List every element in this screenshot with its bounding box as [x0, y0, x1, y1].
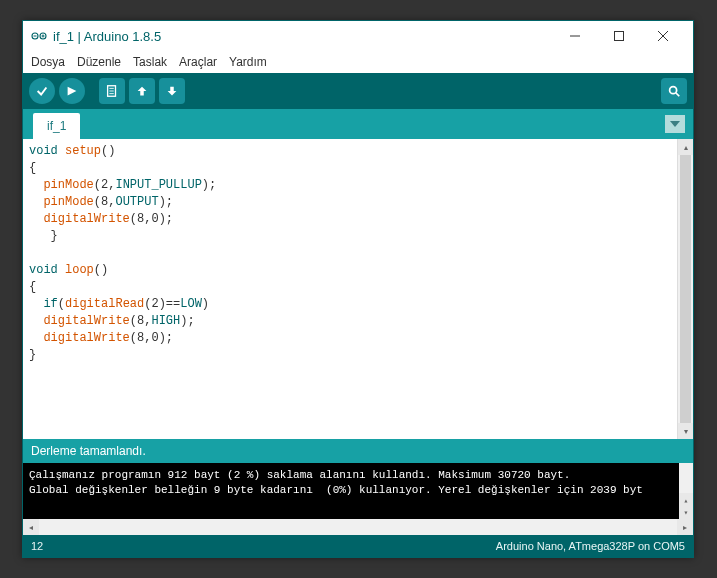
arduino-logo-icon — [31, 28, 47, 44]
hscroll-left-arrow[interactable]: ◂ — [23, 519, 39, 535]
line-number-indicator: 12 — [31, 540, 43, 552]
footer-bar: 12 Arduino Nano, ATmega328P on COM5 — [23, 535, 693, 557]
editor-vertical-scrollbar[interactable]: ▴ ▾ — [677, 139, 693, 439]
board-port-indicator: Arduino Nano, ATmega328P on COM5 — [496, 540, 685, 552]
scroll-thumb[interactable] — [680, 155, 691, 423]
code-editor[interactable]: void setup() { pinMode(2,INPUT_PULLUP); … — [23, 139, 677, 439]
status-text: Derleme tamamlandı. — [31, 444, 146, 458]
maximize-button[interactable] — [597, 21, 641, 51]
compile-status: Derleme tamamlandı. — [23, 439, 693, 463]
save-sketch-button[interactable] — [159, 78, 185, 104]
menubar: Dosya Düzenle Taslak Araçlar Yardım — [23, 51, 693, 73]
editor-area: void setup() { pinMode(2,INPUT_PULLUP); … — [23, 139, 693, 439]
upload-button[interactable] — [59, 78, 85, 104]
console-horizontal-scrollbar[interactable]: ◂ ▸ — [23, 519, 693, 535]
toolbar — [23, 73, 693, 109]
close-button[interactable] — [641, 21, 685, 51]
output-console[interactable]: Çalışmanız programın 912 bayt (2 %) sakl… — [23, 463, 693, 519]
arduino-ide-window: if_1 | Arduino 1.8.5 Dosya Düzenle Tasla… — [22, 20, 694, 558]
minimize-button[interactable] — [553, 21, 597, 51]
tab-strip: if_1 — [23, 109, 693, 139]
scroll-down-arrow[interactable]: ▾ — [678, 423, 693, 439]
menu-file[interactable]: Dosya — [31, 55, 65, 69]
svg-line-17 — [676, 93, 680, 97]
tab-menu-button[interactable] — [665, 115, 685, 133]
scroll-up-arrow[interactable]: ▴ — [678, 139, 693, 155]
menu-sketch[interactable]: Taslak — [133, 55, 167, 69]
new-sketch-button[interactable] — [99, 78, 125, 104]
svg-marker-15 — [168, 87, 177, 96]
serial-monitor-button[interactable] — [661, 78, 687, 104]
menu-help[interactable]: Yardım — [229, 55, 267, 69]
svg-point-16 — [670, 87, 677, 94]
svg-marker-9 — [68, 87, 77, 96]
menu-edit[interactable]: Düzenle — [77, 55, 121, 69]
verify-button[interactable] — [29, 78, 55, 104]
menu-tools[interactable]: Araçlar — [179, 55, 217, 69]
hscroll-right-arrow[interactable]: ▸ — [677, 519, 693, 535]
titlebar: if_1 | Arduino 1.8.5 — [23, 21, 693, 51]
svg-marker-14 — [138, 87, 147, 96]
svg-rect-6 — [615, 32, 624, 41]
window-title: if_1 | Arduino 1.8.5 — [53, 29, 553, 44]
open-sketch-button[interactable] — [129, 78, 155, 104]
window-controls — [553, 21, 685, 51]
console-vertical-scrollbar[interactable]: ▴ ▾ — [679, 463, 693, 519]
tab-sketch[interactable]: if_1 — [33, 113, 80, 139]
svg-marker-18 — [670, 121, 680, 127]
